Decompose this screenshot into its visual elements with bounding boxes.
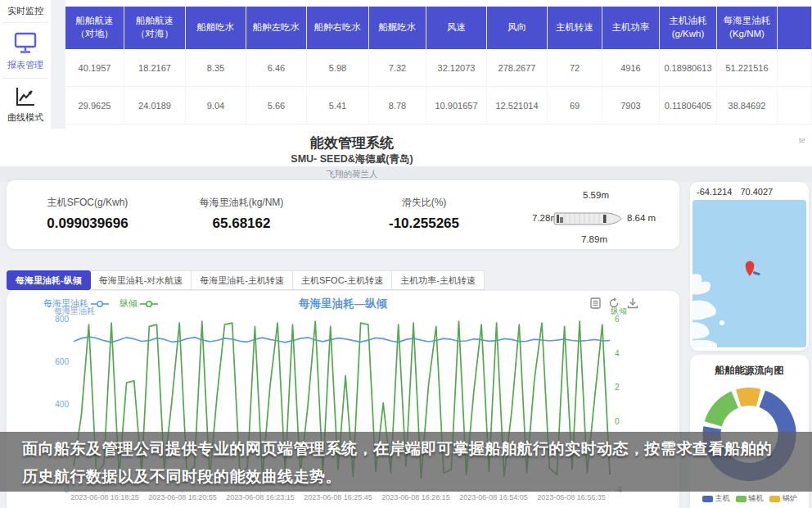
curve-icon xyxy=(13,97,38,111)
ship-stern-block xyxy=(557,215,559,223)
table-header-cell: 每海里油耗 (Kg/NM) xyxy=(717,7,778,49)
chart-tab-2[interactable]: 每海里油耗-主机转速 xyxy=(192,270,293,290)
table-cell: 0.11806405 xyxy=(660,87,717,124)
table-cell: 40.1957 xyxy=(65,49,124,86)
table-cell: 5.66 xyxy=(246,87,307,124)
table-cell: 4916 xyxy=(602,49,660,86)
page-title: 能效管理系统 xyxy=(0,134,704,152)
ship-superstructure xyxy=(560,217,563,223)
table-cell: 8.78 xyxy=(369,87,426,124)
kpi-stat: 滑失比(%)-10.255265 xyxy=(350,196,498,232)
draft-right-value: 8.64 m xyxy=(627,213,681,223)
y-left-tick: 600 xyxy=(55,357,69,366)
table-header-cell: 船舯左吃水 xyxy=(246,7,307,49)
legend-label: 主机 xyxy=(715,493,730,504)
kpi-card: 主机SFOC(g/Kwh)0.099039696每海里油耗(kg/NM)65.6… xyxy=(7,180,679,249)
y-right-tick: 4 xyxy=(615,349,620,358)
table-cell: 69 xyxy=(548,87,602,124)
chart-tab-1[interactable]: 每海里油耗-对水航速 xyxy=(91,270,192,290)
table-header-cell: 船舶航速（对海） xyxy=(124,7,186,49)
donut-segment-辅机 xyxy=(713,400,734,424)
draft-top-value: 5.59m xyxy=(567,190,625,200)
x-axis-label: 2023-06-08 16:25:45 xyxy=(293,493,383,501)
report-table: 船舶航速（对地）船舶航速（对海）船艏吃水船舯左吃水船舯右吃水船艉吃水风速风向主机… xyxy=(65,7,812,125)
table-header-cell: 船艉吃水 xyxy=(369,7,426,49)
sidebar-item-realtime[interactable]: 实时监控 xyxy=(0,0,51,17)
map-canvas[interactable] xyxy=(692,200,806,347)
sidebar-gap xyxy=(51,0,65,129)
table-cell xyxy=(778,49,812,86)
x-axis-label: 2023-06-08 16:54:05 xyxy=(449,493,539,501)
sidebar-item-reports[interactable]: 报表管理 xyxy=(0,23,51,71)
page-subtitle: SMU- SEED&海德威(青岛) xyxy=(0,152,704,166)
legend-label: 辅机 xyxy=(749,493,764,504)
map-latitude: 70.4027 xyxy=(740,187,773,197)
table-cell: 10.901657 xyxy=(426,87,487,124)
kpi-label: 主机SFOC(g/Kwh) xyxy=(14,196,161,210)
sidebar-item-curves[interactable]: 曲线模式 xyxy=(0,79,51,124)
y-right-tick: 0 xyxy=(615,417,620,426)
chart-tab-0[interactable]: 每海里油耗-纵倾 xyxy=(7,270,91,290)
table-row: 29.962524.01899.045.665.418.7810.9016571… xyxy=(65,87,812,125)
chart-tab-4[interactable]: 主机功率-主机转速 xyxy=(392,270,485,290)
legend-swatch xyxy=(736,496,747,502)
overlay-text-line1: 面向船东及管理公司提供专业的网页端管理系统，在岸端即可掌握船舶航行的实时动态，按… xyxy=(22,438,773,460)
energy-legend-item[interactable]: 锅炉 xyxy=(769,493,797,504)
table-cell: 7.32 xyxy=(369,49,426,86)
x-axis-label: 2023-06-08 16:20:55 xyxy=(138,493,228,501)
table-cell: 24.0189 xyxy=(124,87,186,124)
kpi-label: 滑失比(%) xyxy=(350,196,498,210)
y-left-tick: 400 xyxy=(55,400,69,409)
table-cell: 5.98 xyxy=(307,49,369,86)
table-header-cell: 船舶航速（对地） xyxy=(65,7,124,49)
y-right-tick: 2 xyxy=(615,383,620,392)
monitor-icon xyxy=(12,44,38,58)
truncated-text: te xyxy=(799,136,805,144)
kpi-label: 每海里油耗(kg/NM) xyxy=(168,196,315,210)
legend-label: 锅炉 xyxy=(783,493,797,504)
table-cell: 5.41 xyxy=(307,87,369,124)
chart-tab-bar: 每海里油耗-纵倾每海里油耗-对水航速每海里油耗-主机转速主机SFOC-主机转速主… xyxy=(7,270,485,290)
table-cell: 38.84692 xyxy=(717,87,778,124)
x-axis-label: 2023-06-08 16:18:25 xyxy=(60,493,150,501)
table-row: 40.195718.21678.356.465.987.3232.1207327… xyxy=(65,49,812,87)
y-right-tick: 6 xyxy=(615,315,620,324)
table-cell: 12.521014 xyxy=(487,87,548,124)
legend-swatch xyxy=(702,496,713,502)
sidebar-item-label: 实时监控 xyxy=(0,5,51,17)
energy-legend-item[interactable]: 主机 xyxy=(702,493,730,504)
table-header-cell: 风速 xyxy=(426,7,487,49)
table-header-cell: 船舯右吃水 xyxy=(307,7,369,49)
kpi-value: 0.099039696 xyxy=(14,215,161,232)
legend-swatch xyxy=(769,496,780,502)
ship-hull xyxy=(554,213,621,225)
marketing-overlay: 面向船东及管理公司提供专业的网页端管理系统，在岸端即可掌握船舶航行的实时动态，按… xyxy=(0,432,812,492)
table-cell: 72 xyxy=(548,49,602,86)
kpi-value: -10.255265 xyxy=(350,215,498,232)
table-cell: 0.18980613 xyxy=(660,49,717,86)
table-header-cell: 主机油耗 (g/Kwh) xyxy=(660,7,717,49)
sidebar-item-label: 曲线模式 xyxy=(0,111,51,124)
table-cell: 32.12073 xyxy=(426,49,487,86)
table-cell: 51.221516 xyxy=(717,49,778,86)
y-left-tick: 800 xyxy=(55,315,69,324)
energy-legend-item[interactable]: 辅机 xyxy=(736,493,764,504)
x-axis-label: 2023-06-08 16:23:15 xyxy=(215,493,305,501)
table-body: 40.195718.21678.356.465.987.3232.1207327… xyxy=(65,49,812,125)
table-cell xyxy=(778,87,812,124)
table-header-row: 船舶航速（对地）船舶航速（对海）船艏吃水船舯左吃水船舯右吃水船艉吃水风速风向主机… xyxy=(65,7,812,49)
table-cell: 8.35 xyxy=(186,49,246,86)
map-longitude: -64.1214 xyxy=(697,187,732,197)
table-cell: 18.2167 xyxy=(124,49,186,86)
map-coordinates: -64.121470.4027 xyxy=(697,187,781,197)
ship-draft-diagram xyxy=(553,210,622,228)
table-cell: 278.2677 xyxy=(487,49,548,86)
overlay-text-line2: 历史航行数据以及不同时段的能效曲线走势。 xyxy=(22,466,341,488)
table-header-cell: 主机功率 xyxy=(602,7,660,49)
line-series-fuel xyxy=(74,337,610,342)
table-cell: 6.46 xyxy=(246,49,307,86)
table-header-cell xyxy=(778,7,812,49)
table-header-cell: 风向 xyxy=(487,7,548,49)
chart-tab-3[interactable]: 主机SFOC-主机转速 xyxy=(293,270,392,290)
sidebar-item-label: 报表管理 xyxy=(0,59,51,71)
